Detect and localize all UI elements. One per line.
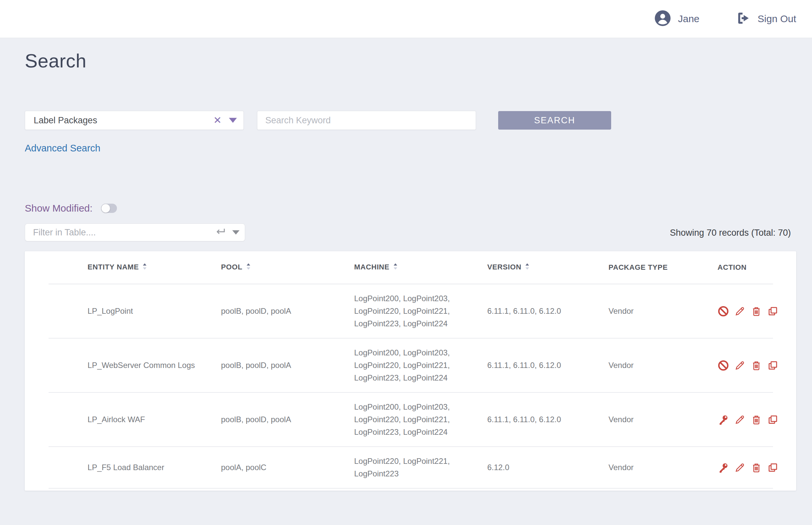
table-header-row: ENTITY NAMEPOOLMACHINEVERSIONPACKAGE TYP…	[49, 251, 773, 284]
filter-chevron-down-icon[interactable]	[232, 230, 239, 235]
version-cell: 6.12.0	[487, 447, 609, 488]
table-row: LP_LogPointpoolB, poolD, poolALogPoint20…	[49, 284, 773, 338]
top-bar: Jane Sign Out	[0, 0, 812, 38]
edit-action-icon[interactable]	[734, 305, 746, 317]
package-type-cell: Vendor	[609, 284, 718, 338]
results-table: ENTITY NAMEPOOLMACHINEVERSIONPACKAGE TYP…	[49, 251, 773, 489]
copy-action-icon[interactable]	[767, 414, 779, 425]
category-select-value: Label Packages	[34, 115, 97, 126]
sign-out-button[interactable]: Sign Out	[736, 11, 796, 27]
column-header-version[interactable]: VERSION	[487, 251, 609, 284]
user-menu[interactable]: Jane	[654, 10, 699, 28]
column-header-entity-name[interactable]: ENTITY NAME	[49, 251, 221, 284]
pool-cell: poolB, poolD, poolA	[221, 338, 354, 392]
edit-action-icon[interactable]	[734, 360, 746, 371]
chevron-down-icon[interactable]	[229, 118, 237, 123]
machine-cell: LogPoint220, LogPoint221, LogPoint223	[354, 447, 487, 488]
edit-action-icon[interactable]	[734, 414, 746, 425]
filter-row: Showing 70 records (Total: 70)	[25, 224, 796, 241]
show-modified-toggle[interactable]	[101, 204, 117, 213]
sort-icon[interactable]	[393, 263, 398, 272]
table-row: LP_WebServer Common LogspoolB, poolD, po…	[49, 338, 773, 392]
sort-icon[interactable]	[246, 263, 251, 272]
keyword-input[interactable]	[257, 111, 476, 130]
column-header-package-type: PACKAGE TYPE	[609, 251, 718, 284]
pool-cell: poolA, poolC	[221, 447, 354, 488]
version-cell: 6.11.1, 6.11.0, 6.12.0	[487, 284, 609, 338]
version-cell: 6.11.1, 6.11.0, 6.12.0	[487, 392, 609, 447]
package-type-cell: Vendor	[609, 392, 718, 447]
sign-out-label: Sign Out	[758, 13, 796, 25]
advanced-search-link[interactable]: Advanced Search	[25, 143, 100, 154]
toggle-knob	[101, 204, 110, 213]
package-type-cell: Vendor	[609, 447, 718, 488]
key-action-icon[interactable]	[718, 462, 729, 474]
table-row: LP_Airlock WAFpoolB, poolD, poolALogPoin…	[49, 392, 773, 447]
category-select[interactable]: Label Packages ✕	[25, 111, 244, 130]
sort-icon[interactable]	[142, 263, 147, 272]
column-header-action: ACTION	[718, 251, 773, 284]
records-summary: Showing 70 records (Total: 70)	[670, 228, 791, 238]
enter-key-icon	[215, 227, 225, 237]
action-cell	[718, 338, 773, 392]
search-button[interactable]: SEARCH	[498, 111, 611, 130]
entity-name-cell: LP_Airlock WAF	[49, 392, 221, 447]
action-cell	[718, 447, 773, 488]
machine-cell: LogPoint200, LogPoint203, LogPoint220, L…	[354, 284, 487, 338]
sort-icon[interactable]	[525, 263, 530, 272]
entity-name-cell: LP_LogPoint	[49, 284, 221, 338]
show-modified-row: Show Modified:	[25, 202, 796, 214]
results-card: ENTITY NAMEPOOLMACHINEVERSIONPACKAGE TYP…	[25, 251, 796, 491]
user-name: Jane	[678, 13, 699, 25]
copy-action-icon[interactable]	[767, 462, 779, 474]
machine-cell: LogPoint200, LogPoint203, LogPoint220, L…	[354, 392, 487, 447]
machine-cell: LogPoint200, LogPoint203, LogPoint220, L…	[354, 338, 487, 392]
action-cell	[718, 392, 773, 447]
column-header-pool[interactable]: POOL	[221, 251, 354, 284]
table-filter	[25, 224, 245, 241]
entity-name-cell: LP_WebServer Common Logs	[49, 338, 221, 392]
version-cell: 6.11.1, 6.11.0, 6.12.0	[487, 338, 609, 392]
sign-out-icon	[736, 11, 751, 27]
column-header-machine[interactable]: MACHINE	[354, 251, 487, 284]
copy-action-icon[interactable]	[767, 360, 779, 371]
ban-action-icon[interactable]	[718, 305, 729, 317]
search-controls: Label Packages ✕ SEARCH	[25, 111, 796, 130]
pool-cell: poolB, poolD, poolA	[221, 392, 354, 447]
filter-input[interactable]	[25, 227, 197, 238]
show-modified-label: Show Modified:	[25, 202, 93, 214]
action-cell	[718, 284, 773, 338]
delete-action-icon[interactable]	[751, 462, 762, 474]
page-title: Search	[25, 49, 796, 72]
main-content: Search Label Packages ✕ SEARCH Advanced …	[0, 49, 812, 491]
pool-cell: poolB, poolD, poolA	[221, 284, 354, 338]
package-type-cell: Vendor	[609, 338, 718, 392]
user-avatar-icon	[654, 10, 671, 28]
delete-action-icon[interactable]	[751, 360, 762, 371]
table-row: LP_F5 Load BalancerpoolA, poolCLogPoint2…	[49, 447, 773, 488]
delete-action-icon[interactable]	[751, 414, 762, 425]
copy-action-icon[interactable]	[767, 305, 779, 317]
ban-action-icon[interactable]	[718, 360, 729, 371]
clear-selection-icon[interactable]: ✕	[214, 115, 222, 125]
entity-name-cell: LP_F5 Load Balancer	[49, 447, 221, 488]
edit-action-icon[interactable]	[734, 462, 746, 474]
key-action-icon[interactable]	[718, 414, 729, 425]
delete-action-icon[interactable]	[751, 305, 762, 317]
